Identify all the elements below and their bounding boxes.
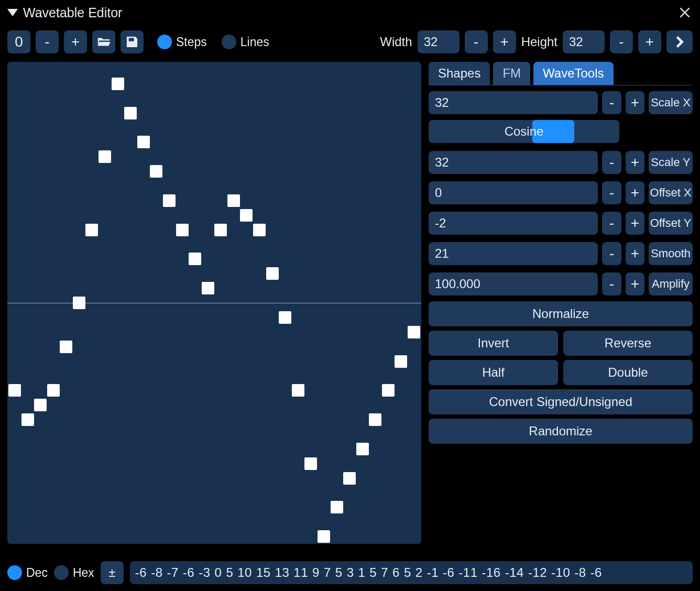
width-plus-button[interactable]: + — [493, 30, 516, 53]
wave-point[interactable] — [331, 501, 343, 513]
dec-radio[interactable]: Dec — [7, 565, 48, 580]
wave-point[interactable] — [304, 457, 317, 470]
smooth-input[interactable] — [429, 242, 598, 265]
wave-point[interactable] — [8, 384, 21, 397]
tab-wavetools[interactable]: WaveTools — [533, 62, 613, 85]
offset-x-input[interactable] — [429, 181, 598, 204]
smooth-plus-button[interactable]: + — [626, 242, 645, 265]
wave-point[interactable] — [34, 399, 47, 411]
wave-point[interactable] — [176, 224, 189, 236]
wave-point[interactable] — [21, 413, 34, 426]
scale-x-minus-button[interactable]: - — [602, 91, 621, 114]
wavetable-canvas[interactable] — [7, 62, 421, 544]
wave-point[interactable] — [240, 209, 253, 222]
wave-point[interactable] — [189, 253, 201, 265]
sequence-value: -6 — [183, 565, 194, 580]
expand-button[interactable] — [666, 30, 693, 53]
wave-point[interactable] — [137, 136, 150, 148]
wave-point[interactable] — [279, 311, 291, 324]
wave-point[interactable] — [60, 341, 72, 353]
wave-point[interactable] — [163, 194, 176, 207]
height-minus-button[interactable]: - — [610, 30, 633, 53]
slot-minus-button[interactable]: - — [36, 30, 59, 53]
height-input[interactable] — [563, 30, 605, 53]
height-plus-button[interactable]: + — [638, 30, 661, 53]
convert-signed-button[interactable]: Convert Signed/Unsigned — [429, 389, 693, 414]
scale-x-label: Scale X — [649, 91, 693, 114]
wave-point[interactable] — [356, 443, 369, 455]
slot-plus-button[interactable]: + — [64, 30, 87, 53]
open-button[interactable] — [92, 30, 115, 53]
sign-toggle-button[interactable]: ± — [101, 561, 124, 584]
zero-line — [7, 303, 421, 303]
amplify-label: Amplify — [649, 272, 693, 296]
wave-point[interactable] — [124, 107, 137, 119]
wave-point[interactable] — [150, 165, 162, 178]
offset-x-minus-button[interactable]: - — [602, 181, 621, 204]
smooth-minus-button[interactable]: - — [602, 242, 621, 265]
amplify-minus-button[interactable]: - — [602, 272, 621, 296]
reverse-button[interactable]: Reverse — [563, 331, 693, 356]
wave-point[interactable] — [292, 384, 304, 397]
hex-radio[interactable]: Hex — [54, 565, 94, 580]
sequence-value: 15 — [256, 565, 271, 580]
wave-point[interactable] — [99, 150, 111, 163]
close-button[interactable] — [677, 5, 693, 20]
tabs: Shapes FM WaveTools — [429, 62, 693, 85]
wave-point[interactable] — [112, 78, 124, 90]
half-button[interactable]: Half — [429, 360, 558, 385]
randomize-button[interactable]: Randomize — [429, 419, 693, 444]
invert-button[interactable]: Invert — [429, 331, 558, 356]
wave-point[interactable] — [343, 472, 356, 485]
sequence-value: -6 — [590, 565, 602, 580]
save-button[interactable] — [121, 30, 144, 53]
sequence-value: 6 — [392, 565, 400, 580]
scale-x-input[interactable] — [429, 91, 598, 114]
scale-x-plus-button[interactable]: + — [626, 91, 645, 114]
wave-point[interactable] — [395, 355, 407, 368]
sequence-value: 5 — [226, 565, 233, 580]
tab-fm[interactable]: FM — [493, 62, 530, 85]
wave-point[interactable] — [85, 224, 98, 236]
amplify-plus-button[interactable]: + — [626, 272, 645, 296]
normalize-button[interactable]: Normalize — [429, 301, 693, 326]
tab-shapes[interactable]: Shapes — [429, 62, 490, 85]
wave-point[interactable] — [318, 530, 330, 543]
wave-point[interactable] — [408, 326, 420, 338]
height-label: Height — [521, 35, 557, 49]
amplify-row: - + Amplify — [429, 271, 693, 297]
scale-y-plus-button[interactable]: + — [626, 151, 645, 174]
wave-point[interactable] — [214, 224, 227, 236]
wave-point[interactable] — [253, 224, 266, 236]
offset-y-input[interactable] — [429, 212, 598, 235]
sequence-value: -6 — [135, 565, 147, 580]
wave-point[interactable] — [202, 282, 214, 294]
scale-y-minus-button[interactable]: - — [602, 151, 621, 174]
wave-point[interactable] — [73, 297, 85, 309]
waveform-selector[interactable]: Cosine — [429, 120, 619, 143]
wave-point[interactable] — [382, 384, 395, 397]
lines-radio[interactable]: Lines — [222, 35, 269, 49]
offset-y-minus-button[interactable]: - — [602, 212, 621, 235]
toolbar: 0 - + Steps Lines Width - + Height - + — [0, 26, 700, 58]
dropdown-triangle-icon[interactable] — [7, 9, 18, 16]
sequence-value: -11 — [458, 565, 477, 580]
width-input[interactable] — [418, 30, 460, 53]
wave-point[interactable] — [227, 194, 240, 207]
double-button[interactable]: Double — [563, 360, 693, 385]
offset-y-label: Offset Y — [649, 212, 693, 235]
scale-y-row: - + Scale Y — [429, 149, 693, 176]
wave-point[interactable] — [47, 384, 60, 397]
sequence-value: -7 — [167, 565, 179, 580]
offset-x-plus-button[interactable]: + — [626, 181, 645, 204]
wave-point[interactable] — [266, 267, 279, 280]
offset-y-plus-button[interactable]: + — [626, 212, 645, 235]
steps-radio[interactable]: Steps — [157, 35, 207, 49]
scale-y-input[interactable] — [429, 151, 598, 174]
sequence-display[interactable]: -6-8-7-6-305101513119753157652-1-6-11-16… — [130, 561, 693, 584]
amplify-input[interactable] — [429, 272, 598, 296]
slot-button[interactable]: 0 — [7, 30, 30, 53]
wave-point[interactable] — [369, 413, 381, 426]
waveform-label: Cosine — [505, 124, 544, 139]
width-minus-button[interactable]: - — [465, 30, 488, 53]
